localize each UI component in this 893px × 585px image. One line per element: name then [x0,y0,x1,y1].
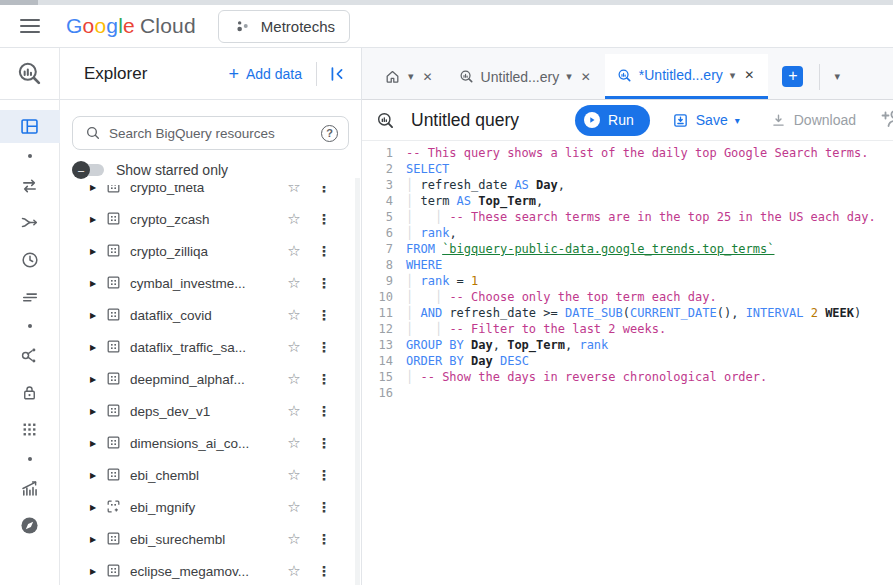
close-icon[interactable]: ✕ [742,66,756,84]
expand-caret-icon[interactable]: ▶ [90,567,102,576]
star-icon[interactable]: ☆ [283,370,305,388]
close-icon[interactable]: ✕ [421,68,435,86]
bigquery-logo-icon[interactable] [0,48,59,100]
dataset-row[interactable]: ▶ebi_chembl☆⋮ [60,459,361,491]
dataset-name[interactable]: ebi_chembl [130,468,283,483]
dataset-row[interactable]: ▶ebi_surechembl☆⋮ [60,523,361,555]
kebab-menu-icon[interactable]: ⋮ [317,371,331,387]
dataset-row[interactable]: ▶dataflix_covid☆⋮ [60,299,361,331]
star-icon[interactable]: ☆ [283,466,305,484]
tab-untitled-query-2-active[interactable]: *Untitled...ery ▾ ✕ [605,54,769,99]
dataset-name[interactable]: crypto_zilliqa [130,244,283,259]
dataset-name[interactable]: dimensions_ai_co... [130,436,283,451]
dataset-row[interactable]: ▶eclipse_megamov...☆⋮ [60,555,361,585]
star-icon[interactable]: ☆ [283,402,305,420]
dataset-name[interactable]: deepmind_alphaf... [130,372,283,387]
star-icon[interactable]: ☆ [283,434,305,452]
kebab-menu-icon[interactable]: ⋮ [317,185,331,195]
dataset-name[interactable]: deps_dev_v1 [130,404,283,419]
dataset-row[interactable]: ▶cymbal_investme...☆⋮ [60,267,361,299]
rail-job-history-icon[interactable] [0,278,60,315]
rail-sql-workspace-icon[interactable] [0,110,60,143]
dataset-name[interactable]: eclipse_megamov... [130,564,283,579]
star-icon[interactable]: ☆ [283,306,305,324]
chevron-down-icon[interactable]: ▾ [730,69,736,82]
add-data-button[interactable]: + Add data [220,60,310,88]
code-lines[interactable]: -- This query shows a list of the daily … [406,145,893,585]
hamburger-menu-icon[interactable] [20,19,40,33]
kebab-menu-icon[interactable]: ⋮ [317,467,331,483]
starred-only-toggle[interactable]: – [72,161,106,179]
project-selector-button[interactable]: Metrotechs [218,10,350,43]
star-icon[interactable]: ☆ [283,242,305,260]
expand-caret-icon[interactable]: ▶ [90,343,102,352]
sql-editor[interactable]: 12345678910111213141516 -- This query sh… [362,141,893,585]
dataset-row[interactable]: ▶crypto_zcash☆⋮ [60,203,361,235]
star-icon[interactable]: ☆ [283,530,305,548]
rail-monitoring-chart-icon[interactable] [0,470,60,507]
star-icon[interactable]: ☆ [283,498,305,516]
dataset-name[interactable]: ebi_surechembl [130,532,283,547]
new-tab-button[interactable]: + [782,66,803,87]
search-input[interactable] [109,126,313,141]
kebab-menu-icon[interactable]: ⋮ [317,243,331,259]
rail-apps-grid-icon[interactable] [0,411,60,448]
save-button[interactable]: Save ▾ [672,112,740,129]
help-icon[interactable]: ? [321,125,338,142]
download-button[interactable]: Download [770,112,856,129]
kebab-menu-icon[interactable]: ⋮ [317,339,331,355]
expand-caret-icon[interactable]: ▶ [90,185,102,192]
dataset-row[interactable]: ▶dimensions_ai_co...☆⋮ [60,427,361,459]
kebab-menu-icon[interactable]: ⋮ [317,403,331,419]
dataset-name[interactable]: crypto_zcash [130,212,283,227]
expand-caret-icon[interactable]: ▶ [90,247,102,256]
expand-caret-icon[interactable]: ▶ [90,439,102,448]
run-button[interactable]: Run [575,105,650,136]
chevron-down-icon[interactable]: ▾ [408,70,414,83]
kebab-menu-icon[interactable]: ⋮ [317,499,331,515]
kebab-menu-icon[interactable]: ⋮ [317,307,331,323]
expand-caret-icon[interactable]: ▶ [90,311,102,320]
collapse-panel-icon[interactable] [323,60,351,88]
rail-secure-lock-icon[interactable] [0,374,60,411]
kebab-menu-icon[interactable]: ⋮ [317,275,331,291]
dataset-row[interactable]: ▶deps_dev_v1☆⋮ [60,395,361,427]
kebab-menu-icon[interactable]: ⋮ [317,211,331,227]
tab-untitled-query-1[interactable]: Untitled...ery ▾ ✕ [447,54,605,99]
expand-caret-icon[interactable]: ▶ [90,407,102,416]
query-title[interactable]: Untitled query [411,110,519,131]
kebab-menu-icon[interactable]: ⋮ [317,563,331,579]
star-icon[interactable]: ☆ [283,338,305,356]
dataset-row[interactable]: ▶dataflix_traffic_sa...☆⋮ [60,331,361,363]
rail-scheduled-queries-icon[interactable] [0,241,60,278]
rail-compass-icon[interactable] [0,507,60,544]
expand-caret-icon[interactable]: ▶ [90,375,102,384]
dataset-name[interactable]: cymbal_investme... [130,276,283,291]
star-icon[interactable]: ☆ [283,185,305,196]
kebab-menu-icon[interactable]: ⋮ [317,531,331,547]
dataset-name[interactable]: ebi_mgnify [130,500,283,515]
dataset-row[interactable]: ▶deepmind_alphaf...☆⋮ [60,363,361,395]
dataset-name[interactable]: dataflix_covid [130,308,283,323]
share-person-add-icon[interactable] [880,107,893,133]
dataset-name[interactable]: crypto_theta [130,185,283,195]
star-icon[interactable]: ☆ [283,274,305,292]
star-icon[interactable]: ☆ [283,210,305,228]
dataset-row[interactable]: ▶crypto_theta☆⋮ [60,185,361,203]
kebab-menu-icon[interactable]: ⋮ [317,435,331,451]
expand-caret-icon[interactable]: ▶ [90,471,102,480]
expand-caret-icon[interactable]: ▶ [90,503,102,512]
chevron-down-icon[interactable]: ▾ [566,70,572,83]
tab-home[interactable]: ▾ ✕ [372,54,447,99]
dataset-row[interactable]: ▶ebi_mgnify☆⋮ [60,491,361,523]
close-icon[interactable]: ✕ [579,68,593,86]
star-icon[interactable]: ☆ [283,562,305,580]
rail-migration-icon[interactable] [0,204,60,241]
expand-caret-icon[interactable]: ▶ [90,279,102,288]
rail-data-transfers-icon[interactable] [0,167,60,204]
dataset-name[interactable]: dataflix_traffic_sa... [130,340,283,355]
rail-lineage-icon[interactable] [0,337,60,374]
tab-overflow-icon[interactable]: ▾ [834,70,840,83]
dataset-row[interactable]: ▶crypto_zilliqa☆⋮ [60,235,361,267]
expand-caret-icon[interactable]: ▶ [90,535,102,544]
